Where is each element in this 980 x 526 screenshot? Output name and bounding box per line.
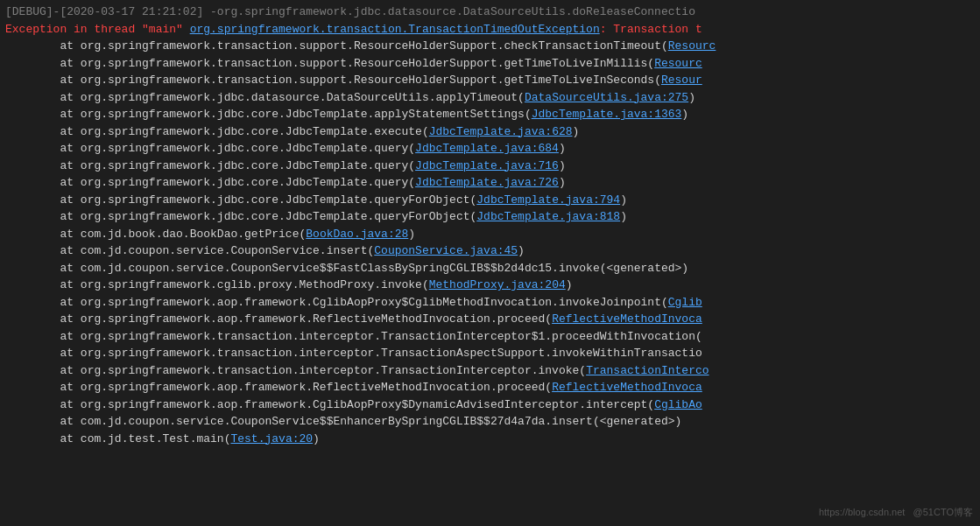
stack-link[interactable]: ReflectiveMethodInvoca — [552, 312, 702, 326]
stack-link[interactable]: Test.java:20 — [230, 432, 313, 445]
stack-link[interactable]: BookDao.java:28 — [306, 228, 408, 241]
line-text: ) — [559, 142, 566, 155]
console-line-line6: at org.springframework.jdbc.datasource.D… — [5, 89, 975, 107]
line-text: at org.springframework.jdbc.core.JdbcTem… — [5, 176, 415, 189]
stack-link[interactable]: MethodProxy.java:204 — [429, 278, 566, 291]
line-text: at org.springframework.jdbc.core.JdbcTem… — [5, 108, 532, 121]
stack-link[interactable]: TransactionInterco — [586, 364, 709, 377]
line-text: at org.springframework.transaction.inter… — [5, 364, 586, 377]
console-line-line24: at org.springframework.aop.framework.Cgl… — [5, 396, 975, 414]
stack-link[interactable]: JdbcTemplate.java:1363 — [532, 108, 682, 121]
console-line-line9: at org.springframework.jdbc.core.JdbcTem… — [5, 140, 975, 158]
console-line-line2: Exception in thread "main" org.springfra… — [5, 21, 975, 39]
watermark-site: https://blog.csdn.net — [819, 507, 905, 517]
console-line-line16: at com.jd.coupon.service.CouponService$$… — [5, 260, 975, 277]
console-line-line3: at org.springframework.transaction.suppo… — [5, 38, 975, 55]
line-text: at org.springframework.transaction.suppo… — [5, 39, 668, 53]
console-line-line12: at org.springframework.jdbc.core.JdbcTem… — [5, 192, 975, 209]
stack-link[interactable]: Resour — [661, 74, 702, 87]
console-line-line25: at com.jd.coupon.service.CouponService$$… — [5, 413, 975, 431]
console-line-line23: at org.springframework.aop.framework.Ref… — [5, 379, 975, 396]
line-text: ) — [688, 91, 695, 104]
stack-link[interactable]: JdbcTemplate.java:818 — [476, 210, 620, 223]
line-text: at com.jd.coupon.service.CouponService$$… — [5, 415, 681, 428]
console-line-line18: at org.springframework.aop.framework.Cgl… — [5, 294, 975, 312]
console-line-line14: at com.jd.book.dao.BookDao.getPrice(Book… — [5, 226, 975, 243]
line-text: at org.springframework.transaction.suppo… — [5, 74, 661, 87]
line-text: at org.springframework.jdbc.core.JdbcTem… — [5, 159, 415, 172]
console-line-line5: at org.springframework.transaction.suppo… — [5, 72, 975, 89]
line-text: at org.springframework.transaction.inter… — [5, 347, 702, 360]
stack-link[interactable]: JdbcTemplate.java:684 — [415, 142, 559, 155]
line-text: at com.jd.book.dao.BookDao.getPrice( — [5, 228, 306, 241]
stack-link[interactable]: org.springframework.transaction.Transact… — [190, 23, 600, 36]
line-text: at org.springframework.jdbc.core.JdbcTem… — [5, 193, 476, 207]
console-line-line17: at org.springframework.cglib.proxy.Metho… — [5, 277, 975, 294]
line-text: at org.springframework.aop.framework.Cgl… — [5, 296, 668, 309]
line-text: at org.springframework.transaction.inter… — [5, 330, 702, 343]
stack-link[interactable]: Resourc — [668, 39, 716, 53]
line-text: ) — [559, 176, 566, 189]
line-text: ) — [566, 278, 573, 291]
stack-link[interactable]: DataSourceUtils.java:275 — [525, 91, 688, 104]
line-text: ) — [313, 432, 320, 445]
line-text: ) — [620, 193, 627, 207]
stack-link[interactable]: Resourc — [654, 57, 702, 70]
line-text: ) — [681, 108, 688, 121]
stack-link[interactable]: JdbcTemplate.java:628 — [429, 125, 573, 138]
stack-link[interactable]: CouponService.java:45 — [374, 244, 518, 257]
console-line-line22: at org.springframework.transaction.inter… — [5, 362, 975, 380]
console-line-line1: [DEBUG]-[2020-03-17 21:21:02] -org.sprin… — [5, 4, 975, 21]
console-line-line4: at org.springframework.transaction.suppo… — [5, 55, 975, 73]
line-text: ) — [573, 125, 580, 138]
console-line-line26: at com.jd.test.Test.main(Test.java:20) — [5, 431, 975, 448]
console-line-line13: at org.springframework.jdbc.core.JdbcTem… — [5, 208, 975, 226]
line-text: at com.jd.test.Test.main( — [5, 432, 230, 445]
line-text: at org.springframework.transaction.suppo… — [5, 57, 654, 70]
line-text: ) — [559, 159, 566, 172]
line-text: at org.springframework.aop.framework.Ref… — [5, 312, 552, 326]
stack-link[interactable]: ReflectiveMethodInvoca — [552, 381, 702, 394]
line-text: at com.jd.coupon.service.CouponService$$… — [5, 262, 688, 275]
line-text: at com.jd.coupon.service.CouponService.i… — [5, 244, 374, 257]
stack-link[interactable]: Cglib — [668, 296, 702, 309]
stack-link[interactable]: JdbcTemplate.java:726 — [415, 176, 559, 189]
watermark-handle: @51CTO博客 — [913, 507, 973, 517]
stack-link[interactable]: CglibAo — [654, 398, 702, 411]
line-text: ) — [518, 244, 525, 257]
line-text: [DEBUG]-[2020-03-17 21:21:02] -org.sprin… — [5, 5, 695, 18]
line-text: at org.springframework.aop.framework.Cgl… — [5, 398, 654, 411]
line-text: at org.springframework.jdbc.core.JdbcTem… — [5, 142, 415, 155]
console-line-line20: at org.springframework.transaction.inter… — [5, 328, 975, 346]
stack-link[interactable]: JdbcTemplate.java:794 — [476, 193, 620, 207]
console-line-line10: at org.springframework.jdbc.core.JdbcTem… — [5, 158, 975, 175]
line-text: at org.springframework.jdbc.datasource.D… — [5, 91, 525, 104]
console-line-line19: at org.springframework.aop.framework.Ref… — [5, 311, 975, 328]
console-line-line21: at org.springframework.transaction.inter… — [5, 345, 975, 362]
console-line-line11: at org.springframework.jdbc.core.JdbcTem… — [5, 174, 975, 192]
console-output: [DEBUG]-[2020-03-17 21:21:02] -org.sprin… — [0, 0, 980, 526]
line-text: at org.springframework.aop.framework.Ref… — [5, 381, 552, 394]
line-text: at org.springframework.cglib.proxy.Metho… — [5, 278, 429, 291]
watermark: https://blog.csdn.net @51CTO博客 — [819, 506, 973, 519]
line-text: ) — [620, 210, 627, 223]
stack-link[interactable]: JdbcTemplate.java:716 — [415, 159, 559, 172]
console-line-line7: at org.springframework.jdbc.core.JdbcTem… — [5, 106, 975, 123]
line-text: Exception in thread "main" — [5, 23, 190, 36]
line-text: at org.springframework.jdbc.core.JdbcTem… — [5, 210, 476, 223]
console-line-line8: at org.springframework.jdbc.core.JdbcTem… — [5, 123, 975, 141]
line-text: at org.springframework.jdbc.core.JdbcTem… — [5, 125, 429, 138]
line-text: : Transaction t — [600, 23, 702, 36]
line-text: ) — [408, 228, 415, 241]
console-line-line15: at com.jd.coupon.service.CouponService.i… — [5, 242, 975, 260]
